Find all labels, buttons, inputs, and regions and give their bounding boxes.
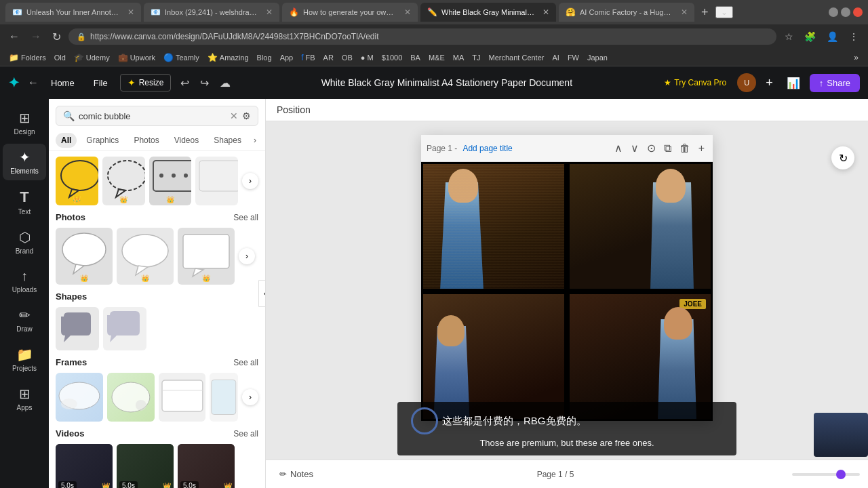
bookmark-fw[interactable]: FW bbox=[564, 52, 583, 63]
page-expand-down-button[interactable]: ∨ bbox=[628, 140, 642, 156]
profile-button[interactable]: 👤 bbox=[823, 30, 842, 43]
bookmark-ai[interactable]: AI bbox=[549, 52, 562, 63]
sidebar-item-design[interactable]: ⊞ Design bbox=[3, 104, 46, 141]
bookmark-fb[interactable]: fFB bbox=[298, 52, 318, 64]
bookmark-button[interactable]: ☆ bbox=[781, 30, 797, 43]
bookmark-ob[interactable]: OB bbox=[338, 52, 356, 63]
search-bar[interactable]: 🔍 ✕ ⚙ bbox=[56, 106, 258, 126]
comic-cell-top-right[interactable] bbox=[568, 162, 713, 291]
settings-button[interactable]: ⋮ bbox=[845, 30, 863, 43]
bookmark-blog[interactable]: Blog bbox=[254, 52, 275, 63]
shape-item-1[interactable] bbox=[56, 307, 99, 350]
tab-3[interactable]: 🔥 How to generate your own con... ✕ bbox=[282, 3, 418, 22]
bookmark-more[interactable]: » bbox=[850, 52, 863, 64]
bookmark-teamly[interactable]: 🔵Teamly bbox=[160, 52, 203, 64]
shape-item-2[interactable] bbox=[103, 307, 146, 350]
save-status-button[interactable]: ☁ bbox=[216, 74, 235, 92]
frame-item-4[interactable] bbox=[210, 373, 238, 422]
bookmark-old[interactable]: Old bbox=[51, 52, 69, 63]
video-item-3[interactable]: 5.0s 👑 bbox=[178, 444, 235, 488]
collapse-panel-button[interactable]: ‹ bbox=[258, 280, 266, 307]
tab-shapes[interactable]: Shapes bbox=[208, 133, 247, 148]
filter-icon[interactable]: ⚙ bbox=[242, 110, 251, 121]
maximize-button[interactable] bbox=[841, 7, 850, 17]
bookmark-folders[interactable]: 📁Folders bbox=[5, 52, 50, 64]
sidebar-item-apps[interactable]: ⊞ Apps bbox=[3, 380, 46, 417]
clear-search-icon[interactable]: ✕ bbox=[230, 110, 238, 121]
featured-item-1[interactable]: 👑 bbox=[56, 157, 98, 205]
canva-file-button[interactable]: File bbox=[87, 75, 115, 91]
add-collaborator-button[interactable]: + bbox=[762, 73, 777, 93]
photos-next-button[interactable]: › bbox=[239, 248, 255, 264]
page-collapse-up-button[interactable]: ∧ bbox=[612, 140, 625, 156]
analytics-button[interactable]: 📊 bbox=[783, 74, 804, 92]
new-tab-button[interactable]: + bbox=[697, 5, 713, 20]
sidebar-item-text[interactable]: T Text bbox=[3, 183, 46, 221]
photos-see-all[interactable]: See all bbox=[233, 213, 258, 222]
bookmark-ma[interactable]: MA bbox=[450, 52, 468, 63]
user-avatar[interactable]: U bbox=[737, 73, 756, 92]
tab-5[interactable]: 🤗 AI Comic Factory - a Hugging... ✕ bbox=[559, 3, 694, 22]
frame-item-3[interactable] bbox=[159, 373, 206, 422]
sidebar-item-draw[interactable]: ✏ Draw bbox=[3, 302, 46, 338]
share-button[interactable]: ↑ Share bbox=[810, 74, 860, 92]
comic-cell-top-left[interactable] bbox=[421, 162, 566, 291]
back-button[interactable]: ← bbox=[5, 29, 23, 44]
frames-next-button[interactable]: › bbox=[242, 389, 258, 405]
tab-4[interactable]: ✏️ White Black Gray Minimalist A... ✕ bbox=[420, 3, 556, 22]
bookmark-ba[interactable]: BA bbox=[407, 52, 424, 63]
tab-1[interactable]: 📧 Unleash Your Inner Annotation... ✕ bbox=[5, 3, 141, 22]
bookmark-merchant[interactable]: Merchant Center bbox=[486, 52, 548, 63]
frame-item-2[interactable] bbox=[107, 373, 155, 422]
page-delete-button[interactable]: 🗑 bbox=[677, 140, 693, 156]
canva-resize-button[interactable]: ✦ Resize bbox=[120, 74, 172, 92]
sidebar-item-projects[interactable]: 📁 Projects bbox=[3, 341, 46, 378]
bookmark-m[interactable]: ● M bbox=[357, 52, 377, 63]
extensions-button[interactable]: 🧩 bbox=[800, 30, 820, 43]
bookmark-japan[interactable]: Japan bbox=[584, 52, 611, 63]
video-item-1[interactable]: 5.0s 👑 bbox=[56, 444, 113, 488]
notes-button[interactable]: ✏ Notes bbox=[274, 466, 319, 482]
page-copy-button[interactable]: ⊙ bbox=[644, 140, 658, 156]
tabs-more-icon[interactable]: › bbox=[251, 133, 259, 148]
redo-button[interactable]: ↪ bbox=[196, 74, 213, 92]
videos-see-all[interactable]: See all bbox=[233, 429, 258, 439]
canva-back-button[interactable]: ← bbox=[28, 77, 39, 89]
forward-button[interactable]: → bbox=[27, 29, 45, 44]
search-input[interactable] bbox=[79, 111, 226, 121]
tab4-close[interactable]: ✕ bbox=[542, 7, 549, 17]
tab-videos[interactable]: Videos bbox=[169, 133, 204, 148]
canva-home-button[interactable]: Home bbox=[44, 75, 81, 91]
tab3-close[interactable]: ✕ bbox=[404, 7, 411, 17]
page-duplicate-button[interactable]: ⧉ bbox=[661, 140, 674, 156]
try-pro-button[interactable]: ★ Try Canva Pro bbox=[658, 75, 732, 90]
refresh-canvas-button[interactable]: ↻ bbox=[831, 146, 854, 169]
video-item-2[interactable]: 5.0s 👑 bbox=[117, 444, 174, 488]
tab-graphics[interactable]: Graphics bbox=[81, 133, 124, 148]
bookmark-app[interactable]: App bbox=[277, 52, 297, 63]
tab1-close[interactable]: ✕ bbox=[127, 7, 134, 17]
tab2-close[interactable]: ✕ bbox=[266, 7, 273, 17]
bookmark-upwork[interactable]: 💼Upwork bbox=[115, 52, 159, 64]
tab-2[interactable]: 📧 Inbox (29,241) - welshdragon... ✕ bbox=[144, 3, 279, 22]
page-add-title[interactable]: Add page title bbox=[462, 144, 512, 153]
tab-all[interactable]: All bbox=[56, 133, 77, 148]
sidebar-item-uploads[interactable]: ↑ Uploads bbox=[3, 263, 46, 299]
bookmark-amazing[interactable]: ⭐Amazing bbox=[204, 52, 252, 64]
tab-photos[interactable]: Photos bbox=[128, 133, 164, 148]
featured-item-3[interactable]: 👑 bbox=[149, 157, 192, 205]
tab5-close[interactable]: ✕ bbox=[681, 7, 688, 17]
featured-next-button[interactable]: › bbox=[242, 173, 258, 189]
featured-item-4[interactable] bbox=[195, 157, 238, 205]
bookmark-tj[interactable]: TJ bbox=[469, 52, 484, 63]
frames-see-all[interactable]: See all bbox=[233, 358, 258, 367]
minimize-button[interactable] bbox=[829, 7, 838, 17]
frame-item-1[interactable] bbox=[56, 373, 103, 422]
featured-item-2[interactable]: 👑 bbox=[102, 157, 145, 205]
close-button[interactable] bbox=[853, 7, 863, 17]
bookmark-1000[interactable]: $1000 bbox=[378, 52, 406, 63]
address-bar[interactable]: 🔒 https://www.canva.com/design/DAFuUJdkM… bbox=[68, 28, 776, 45]
zoom-slider[interactable] bbox=[792, 473, 860, 476]
bookmark-ar[interactable]: AR bbox=[320, 52, 337, 63]
bookmark-me[interactable]: M&E bbox=[425, 52, 448, 63]
